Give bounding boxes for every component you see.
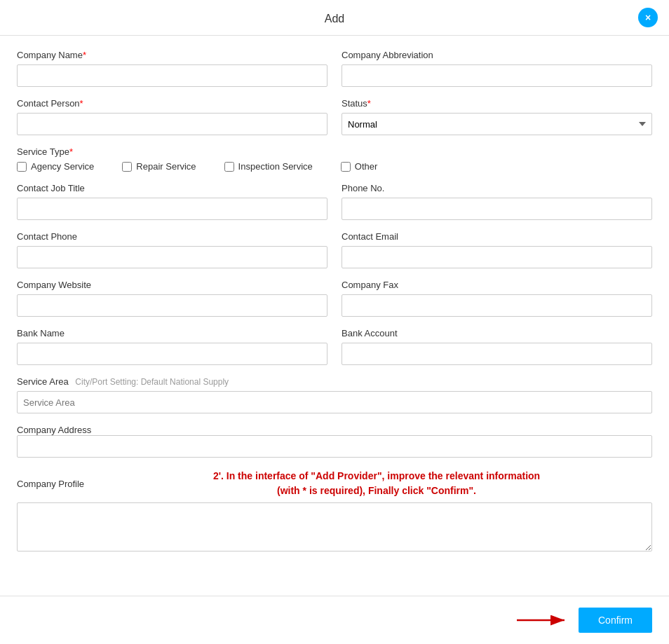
- modal-body: Company Name* Company Abbreviation Conta…: [0, 36, 669, 579]
- confirm-button[interactable]: Confirm: [579, 608, 652, 633]
- modal-header: Add ×: [0, 0, 669, 36]
- company-profile-label: Company Profile: [17, 479, 101, 489]
- group-phone-no: Phone No.: [342, 183, 652, 220]
- phone-no-input[interactable]: [342, 198, 652, 220]
- company-address-input[interactable]: [17, 435, 652, 458]
- close-icon: ×: [645, 12, 651, 23]
- group-contact-phone: Contact Phone: [17, 231, 327, 268]
- row-bank-name-account: Bank Name Bank Account: [17, 328, 652, 365]
- group-contact-email: Contact Email: [342, 231, 652, 268]
- status-select[interactable]: Normal Inactive Suspended: [342, 113, 652, 135]
- agency-service-checkbox[interactable]: [17, 162, 27, 172]
- modal-footer: Confirm: [0, 596, 669, 644]
- service-area-section: Service Area City/Port Setting: Default …: [17, 376, 652, 413]
- inspection-service-label: Inspection Service: [238, 161, 313, 172]
- company-abbreviation-label: Company Abbreviation: [342, 50, 652, 60]
- group-company-fax: Company Fax: [342, 280, 652, 317]
- close-button[interactable]: ×: [638, 8, 658, 27]
- bank-account-input[interactable]: [342, 343, 652, 365]
- status-label: Status*: [342, 98, 652, 109]
- group-company-abbreviation: Company Abbreviation: [342, 50, 652, 87]
- checkbox-other[interactable]: Other: [341, 161, 378, 172]
- other-checkbox[interactable]: [341, 162, 351, 172]
- checkbox-inspection-service[interactable]: Inspection Service: [224, 161, 313, 172]
- row-contact-phone-email: Contact Phone Contact Email: [17, 231, 652, 268]
- modal-container: Add × Company Name* Company Abbreviation…: [0, 0, 669, 644]
- row-job-title-phone: Contact Job Title Phone No.: [17, 183, 652, 220]
- repair-service-checkbox[interactable]: [122, 162, 132, 172]
- group-company-website: Company Website: [17, 280, 327, 317]
- agency-service-label: Agency Service: [31, 161, 94, 172]
- company-website-input[interactable]: [17, 294, 327, 317]
- phone-no-label: Phone No.: [342, 183, 652, 193]
- confirm-arrow-icon: [517, 610, 573, 631]
- group-company-name: Company Name*: [17, 50, 327, 87]
- contact-person-label: Contact Person*: [17, 98, 327, 109]
- bank-name-input[interactable]: [17, 343, 327, 365]
- bank-account-label: Bank Account: [342, 328, 652, 338]
- company-address-label: Company Address: [17, 425, 91, 435]
- contact-email-label: Contact Email: [342, 231, 652, 242]
- contact-phone-label: Contact Phone: [17, 231, 327, 242]
- service-type-section: Service Type* Agency Service Repair Serv…: [17, 146, 652, 172]
- service-area-sublabel: City/Port Setting: Default National Supp…: [75, 377, 229, 387]
- company-name-label: Company Name*: [17, 50, 327, 60]
- checkbox-agency-service[interactable]: Agency Service: [17, 161, 94, 172]
- group-status: Status* Normal Inactive Suspended: [342, 98, 652, 135]
- group-contact-person: Contact Person*: [17, 98, 327, 135]
- service-area-input[interactable]: [17, 391, 652, 413]
- company-profile-textarea[interactable]: [17, 502, 652, 551]
- annotation-line1: 2'. In the interface of "Add Provider", …: [101, 469, 652, 484]
- annotation-row: Company Profile 2'. In the interface of …: [17, 469, 652, 498]
- annotation-line2: (with * is required), Finally click "Con…: [101, 484, 652, 498]
- contact-phone-input[interactable]: [17, 246, 327, 268]
- inspection-service-checkbox[interactable]: [224, 162, 234, 172]
- modal-title: Add: [325, 13, 344, 25]
- company-website-label: Company Website: [17, 280, 327, 290]
- service-type-label: Service Type*: [17, 146, 652, 157]
- group-bank-account: Bank Account: [342, 328, 652, 365]
- row-contact-status: Contact Person* Status* Normal Inactive …: [17, 98, 652, 135]
- company-name-input[interactable]: [17, 64, 327, 87]
- checkbox-repair-service[interactable]: Repair Service: [122, 161, 196, 172]
- contact-email-input[interactable]: [342, 246, 652, 268]
- company-fax-label: Company Fax: [342, 280, 652, 290]
- company-profile-section: [17, 502, 652, 554]
- company-abbreviation-input[interactable]: [342, 64, 652, 87]
- contact-person-input[interactable]: [17, 113, 327, 135]
- service-type-checkboxes: Agency Service Repair Service Inspection…: [17, 161, 652, 172]
- group-bank-name: Bank Name: [17, 328, 327, 365]
- arrow-container: [517, 610, 573, 631]
- company-address-section: Company Address: [17, 425, 652, 458]
- other-label: Other: [355, 161, 378, 172]
- repair-service-label: Repair Service: [136, 161, 196, 172]
- bank-name-label: Bank Name: [17, 328, 327, 338]
- company-fax-input[interactable]: [342, 294, 652, 317]
- annotation-text: 2'. In the interface of "Add Provider", …: [101, 469, 652, 498]
- row-website-fax: Company Website Company Fax: [17, 280, 652, 317]
- service-area-label: Service Area City/Port Setting: Default …: [17, 376, 652, 387]
- row-company-name-abbrev: Company Name* Company Abbreviation: [17, 50, 652, 87]
- group-contact-job-title: Contact Job Title: [17, 183, 327, 220]
- contact-job-title-label: Contact Job Title: [17, 183, 327, 193]
- contact-job-title-input[interactable]: [17, 198, 327, 220]
